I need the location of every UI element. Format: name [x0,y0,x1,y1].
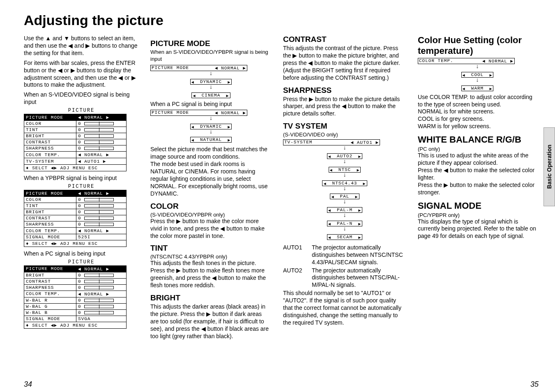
osd-row: CONTRAST0 [24,278,127,284]
osd-row: W-BAL G0 [24,303,127,309]
tv-note: This should normally be set to "AUTO1" o… [283,290,406,327]
tint-sub: (NTSC/NTSC 4.43/YPBPR only) [150,254,272,260]
flow-option: ◀ PAL ▶ [330,194,359,199]
flow-arrow-icon: ↓ [418,78,537,82]
side-tab-label: Basic Operation [546,145,553,189]
h-sharpness: SHARPNESS [283,86,406,95]
sharp-body: Press the ▶ button to make the picture d… [283,96,406,118]
pm-flow-sv: PICTURE MODE◀ NORMAL ▶↓◀ DYNAMIC ▶↓◀ CIN… [150,65,272,98]
flow-header: TV-SYSTEM◀ AUTO1 ▶ [283,139,380,145]
flow-arrow-icon: ↓ [283,159,406,164]
wb-body: This is used to adjust the white areas o… [418,152,537,196]
osd-row: COLOR TEMP.◀ NORMAL ▶ [24,152,127,158]
flow-option: ◀ NTSC4.43 ▶ [322,180,367,186]
flow-arrow-icon: ↓ [283,173,406,177]
flow-option: ◀ PAL-M ▶ [327,207,362,213]
h-tvsystem: TV SYSTEM [283,122,406,131]
osd-title-1: PICTURE [24,108,139,113]
osd-row: TINT0 [24,203,127,209]
osd-row: SIGNAL MODE 525I [24,234,127,240]
osd-row: CONTRAST0 [24,215,127,221]
side-tab: Basic Operation [543,127,555,206]
osd-footer: ♦ SELCT ◀▶ ADJ MENU ESC [24,240,127,247]
sig-body: This displays the type of signal which i… [418,218,537,240]
caption-pc: When a PC signal is being input [24,250,139,258]
intro-p2: For items with bar scales, press the ENT… [24,60,139,89]
h-tint: TINT [150,244,272,253]
h-signal: SIGNAL MODE [418,201,537,211]
color-body: Press the ▶ button to make the color mor… [150,218,272,240]
flow-arrow-icon: ↓ [150,71,272,76]
h-color: COLOR [150,202,272,211]
osd-row: PICTURE MODE◀ NORMAL ▶ [24,190,127,197]
flow-header: COLOR TEMP.◀ NORMAL ▶ [418,58,515,64]
flow-option: ◀ NTSC ▶ [329,167,361,173]
osd-row: COLOR TEMP.◀ NORMAL ▶ [24,291,127,297]
columns: Use the ▲ and ▼ buttons to select an ite… [24,35,539,343]
osd-row: SHARPNESS0 [24,145,127,152]
flow-arrow-icon: ↓ [283,146,406,150]
col-4: Color Hue Setting (color temperature) CO… [418,35,537,343]
osd-row: PICTURE MODE◀ NORMAL ▶ [24,265,127,272]
tv-flow: TV-SYSTEM◀ AUTO1 ▶↓◀ AUTO2 ▶↓◀ NTSC ▶↓◀ … [283,139,406,240]
flow-arrow-icon: ↓ [283,213,406,217]
flow-option: ◀ DYNAMIC ▶ [190,79,232,85]
page-title: Adjusting the picture [24,12,539,28]
osd-row: SIGNAL MODE SVGA [24,316,127,322]
page-number-left: 34 [24,380,32,389]
sig-sub: (PC/YPBPR only) [418,212,537,218]
flow-option: ◀ SECAM ▶ [327,234,362,240]
h-wb: WHITE BALANCE R/G/B [418,134,537,145]
tv-sub: (S-VIDEO/VIDEO only) [283,131,406,138]
flow-header: PICTURE MODE◀ NORMAL ▶ [150,110,247,116]
flow-option: ◀ AUTO2 ▶ [327,153,362,159]
osd-row: COLOR0 [24,121,127,127]
flow-option: ◀ WARM ▶ [461,85,494,91]
ct-body: Use COLOR TEMP. to adjust color accordin… [418,94,537,131]
flow-option: ◀ NATURAL ▶ [190,137,232,143]
flow-arrow-icon: ↓ [150,130,272,134]
osd-row: TV-SYSTEM◀ AUTO1 ▶ [24,158,127,165]
pm-flow-pc: PICTURE MODE◀ NORMAL ▶↓◀ DYNAMIC ▶↓◀ NAT… [150,110,272,143]
ct-flow: COLOR TEMP.◀ NORMAL ▶↓◀ COOL ▶↓◀ WARM ▶ [418,58,537,91]
tv-defs: AUTO1The projector automatically disting… [283,244,406,289]
tv-def-row: AUTO1The projector automatically disting… [283,244,406,266]
osd-row: TINT0 [24,127,127,133]
h-colortemp: Color Hue Setting (color temperature) [418,35,537,56]
contrast-body: This adjusts the contrast of the picture… [283,45,406,82]
flow-arrow-icon: ↓ [283,200,406,204]
osd-row: W-BAL B0 [24,309,127,316]
osd-row: CONTRAST0 [24,139,127,145]
osd-row: SHARPNESS0 [24,284,127,291]
flow-option: ◀ COOL ▶ [461,72,494,78]
caption-sv: When an S-VIDEO/VIDEO signal is being in… [24,91,139,106]
osd-row: BRIGHT0 [24,133,127,139]
osd-row: BRIGHT0 [24,272,127,278]
pm-body: Select the picture mode that best matche… [150,146,272,197]
osd-ypbpr: PICTURE PICTURE MODE◀ NORMAL ▶COLOR0 TIN… [24,184,139,247]
tint-body: This adjusts the flesh tones in the pict… [150,260,272,289]
col-1: Use the ▲ and ▼ buttons to select an ite… [24,35,139,343]
flow-option: ◀ PAL-N ▶ [327,221,362,226]
osd-title-2: PICTURE [24,184,139,189]
h-picture-mode: PICTURE MODE [150,39,272,48]
flow-arrow-icon: ↓ [283,187,406,191]
flow-header: PICTURE MODE◀ NORMAL ▶ [150,65,247,71]
osd-row: PICTURE MODE◀ NORMAL ▶ [24,114,127,121]
osd-row: BRIGHT0 [24,209,127,215]
wb-sub: (PC only) [418,146,537,152]
osd-footer: ♦ SELCT ◀▶ ADJ MENU ESC [24,165,127,171]
col-3: CONTRAST This adjusts the contrast of th… [283,35,406,343]
osd-row: W-BAL R0 [24,297,127,303]
h-contrast: CONTRAST [283,35,406,44]
osd-title-3: PICTURE [24,259,139,265]
osd-pc: PICTURE PICTURE MODE◀ NORMAL ▶BRIGHT0 CO… [24,259,139,329]
color-sub: (S-VIDEO/VIDEO/YPBPR only) [150,212,272,218]
col-2: PICTURE MODE When an S-VIDEO/VIDEO/YPBPR… [150,35,272,343]
tv-def-row: AUTO2The projector automatically disting… [283,267,406,289]
pm-cap-pc: When a PC signal is being input [150,101,272,108]
flow-option: ◀ CINEMA ▶ [191,92,230,98]
flow-option: ◀ DYNAMIC ▶ [190,124,232,129]
h-bright: BRIGHT [150,293,272,302]
intro-p1: Use the ▲ and ▼ buttons to select an ite… [24,35,139,57]
